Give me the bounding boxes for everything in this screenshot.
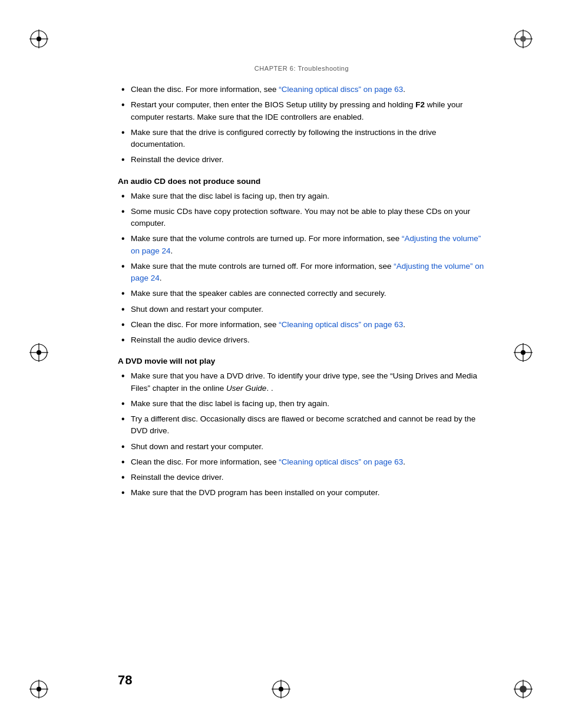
- list-item-2-3: Shut down and restart your computer.: [118, 441, 485, 453]
- bullet-list-1: Make sure that the disc label is facing …: [118, 190, 485, 347]
- content-area: CHAPTER 6: Troubleshooting Clean the dis…: [118, 65, 485, 651]
- section-heading-1: An audio CD does not produce sound: [118, 177, 485, 186]
- list-item-0-1: Restart your computer, then enter the BI…: [118, 99, 485, 123]
- svg-point-11: [37, 350, 41, 355]
- reg-mark-bottom-right: [513, 678, 534, 700]
- reg-mark-bottom-center: [270, 678, 292, 700]
- svg-point-3: [37, 37, 41, 41]
- page: CHAPTER 6: Troubleshooting Clean the dis…: [0, 0, 562, 728]
- reg-mark-top-left: [28, 28, 49, 50]
- svg-point-15: [521, 350, 525, 355]
- list-item-2-4: Clean the disc. For more information, se…: [118, 456, 485, 468]
- list-item-2-6: Make sure that the DVD program has been …: [118, 487, 485, 499]
- bullet-list-2: Make sure that you have a DVD drive. To …: [118, 370, 485, 499]
- hyperlink-1-6[interactable]: “Cleaning optical discs” on page 63: [279, 320, 403, 329]
- hyperlink-2-4[interactable]: “Cleaning optical discs” on page 63: [279, 457, 403, 466]
- list-item-1-4: Make sure that the speaker cables are co…: [118, 288, 485, 299]
- italic-text-2-0: User Guide: [226, 384, 266, 393]
- bullet-list-0: Clean the disc. For more information, se…: [118, 84, 485, 166]
- chapter-header: CHAPTER 6: Troubleshooting: [118, 65, 485, 72]
- list-item-0-2: Make sure that the drive is configured c…: [118, 127, 485, 151]
- list-item-1-1: Some music CDs have copy protection soft…: [118, 206, 485, 230]
- list-item-2-5: Reinstall the device driver.: [118, 472, 485, 483]
- list-item-0-0: Clean the disc. For more information, se…: [118, 84, 485, 95]
- list-item-1-6: Clean the disc. For more information, se…: [118, 319, 485, 331]
- list-item-1-0: Make sure that the disc label is facing …: [118, 190, 485, 202]
- list-item-2-0: Make sure that you have a DVD drive. To …: [118, 370, 485, 394]
- hyperlink-1-2[interactable]: “Adjusting the volume” on page 24: [131, 234, 481, 255]
- reg-mark-top-right: [513, 28, 534, 50]
- svg-point-19: [37, 687, 41, 691]
- list-item-1-2: Make sure that the volume controls are t…: [118, 233, 485, 257]
- section-heading-2: A DVD movie will not play: [118, 357, 485, 365]
- svg-point-23: [279, 687, 283, 691]
- reg-mark-bottom-left: [28, 678, 49, 700]
- hyperlink-0-0[interactable]: “Cleaning optical discs” on page 63: [279, 85, 403, 94]
- reg-mark-mid-right: [513, 342, 534, 363]
- list-item-1-3: Make sure that the mute controls are tur…: [118, 261, 485, 285]
- list-item-2-2: Try a different disc. Occasionally discs…: [118, 413, 485, 437]
- list-item-1-7: Reinstall the audio device drivers.: [118, 334, 485, 346]
- reg-mark-mid-left: [28, 342, 49, 363]
- list-item-1-5: Shut down and restart your computer.: [118, 304, 485, 315]
- sections-container: Clean the disc. For more information, se…: [118, 84, 485, 499]
- hyperlink-1-3[interactable]: “Adjusting the volume” on page 24: [131, 262, 484, 282]
- page-number: 78: [118, 673, 132, 688]
- svg-point-7: [520, 36, 526, 42]
- svg-point-27: [520, 686, 527, 693]
- bold-text-0-1: F2: [415, 100, 425, 109]
- list-item-0-3: Reinstall the device driver.: [118, 154, 485, 166]
- list-item-2-1: Make sure that the disc label is facing …: [118, 398, 485, 410]
